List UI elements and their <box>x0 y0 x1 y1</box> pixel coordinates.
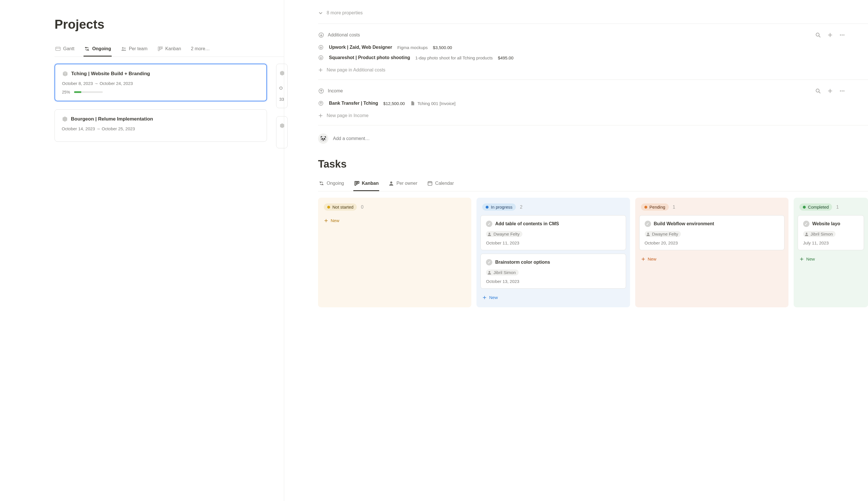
people-icon <box>121 46 127 52</box>
svg-point-24 <box>840 90 841 92</box>
task-card[interactable]: ✓ Add table of contents in CMS Dwayne Fe… <box>480 215 626 250</box>
owner-chip[interactable]: Dwayne Felty <box>486 231 522 237</box>
svg-point-14 <box>843 34 845 35</box>
peek-line1: O <box>279 86 284 90</box>
pill-label: Pending <box>649 205 665 210</box>
kanban-col-pending: Pending 1 ✓ Build Webflow environment Dw… <box>635 198 788 307</box>
tab-more[interactable]: 2 more… <box>190 43 210 56</box>
svg-point-25 <box>841 90 843 92</box>
income-item-bank-transfer[interactable]: Bank Transfer | Tching $12,500.00 Tching… <box>318 98 868 108</box>
status-pill-in-progress[interactable]: In progress <box>482 203 516 211</box>
owner-chip[interactable]: Dwayne Felty <box>645 231 681 237</box>
project-card-tching[interactable]: Tching | Website Build + Branding Octobe… <box>54 64 267 101</box>
line-item-amount: $495.00 <box>498 55 514 60</box>
line-item-doc-label: Tching 001 [Invoice] <box>417 101 456 106</box>
new-task-not-started[interactable]: New <box>322 215 467 226</box>
comment-input[interactable] <box>333 136 476 141</box>
tasks-tab-label: Ongoing <box>327 181 344 186</box>
svg-line-21 <box>819 92 821 93</box>
line-item-amount: $12,500.00 <box>383 101 405 106</box>
tab-more-label: 2 more… <box>191 46 210 51</box>
search-icon[interactable] <box>815 88 821 94</box>
plus-icon[interactable] <box>827 88 833 94</box>
tasks-tab-calendar[interactable]: Calendar <box>426 178 454 191</box>
cost-item-squareshot[interactable]: Squareshot | Product photo shooting 1-da… <box>318 53 868 63</box>
status-pill-not-started[interactable]: Not started <box>324 203 357 211</box>
person-icon <box>388 181 394 186</box>
board-icon <box>354 181 360 186</box>
line-item-doc[interactable]: Tching 001 [Invoice] <box>410 100 456 106</box>
new-task-pending[interactable]: New <box>639 254 784 264</box>
peek-line2: 33 <box>279 97 284 102</box>
svg-point-44 <box>647 232 649 234</box>
pill-label: In progress <box>491 205 512 210</box>
arrow-up-circle-icon <box>318 100 324 106</box>
status-pill-pending[interactable]: Pending <box>641 203 669 211</box>
task-card[interactable]: ✓ Website layo Jibril Simon July 11, 202… <box>798 215 864 250</box>
projects-tabs: Gantt Ongoing Per team Kanban 2 more… <box>54 43 284 57</box>
detail-panel: 8 more properties Additional costs <box>284 0 868 501</box>
search-icon[interactable] <box>815 32 821 38</box>
more-properties-toggle[interactable]: 8 more properties <box>318 10 868 15</box>
task-date: October 20, 2023 <box>645 241 779 245</box>
svg-rect-30 <box>355 181 356 185</box>
cost-item-upwork[interactable]: Upwork | Zaid, Web Designer Figma mockup… <box>318 42 868 53</box>
tab-ongoing[interactable]: Ongoing <box>84 43 112 56</box>
tasks-tab-ongoing[interactable]: Ongoing <box>318 178 345 191</box>
plus-icon <box>800 257 804 262</box>
svg-point-40 <box>488 232 490 234</box>
status-pill-completed[interactable]: Completed <box>800 203 833 211</box>
svg-point-8 <box>816 33 819 36</box>
tasks-tab-per-owner[interactable]: Per owner <box>388 178 418 191</box>
tab-gantt-label: Gantt <box>63 46 74 51</box>
tab-gantt[interactable]: Gantt <box>54 43 75 56</box>
more-icon[interactable] <box>839 32 845 38</box>
project-card-bourgeon[interactable]: Bourgeon | Relume Implementation October… <box>54 109 267 142</box>
owner-chip[interactable]: Jibril Simon <box>803 231 836 237</box>
owner-chip[interactable]: Jibril Simon <box>486 269 519 276</box>
tasks-tab-kanban[interactable]: Kanban <box>353 178 380 191</box>
new-label: New <box>806 257 815 262</box>
project-cards-row: Tching | Website Build + Branding Octobe… <box>54 64 284 148</box>
new-task-completed[interactable]: New <box>798 254 864 264</box>
tab-per-team[interactable]: Per team <box>120 43 148 56</box>
timeline-icon <box>55 46 61 52</box>
owner-name: Dwayne Felty <box>652 232 678 236</box>
svg-rect-0 <box>56 47 60 51</box>
tasks-tabs: Ongoing Kanban Per owner Calendar <box>318 178 868 191</box>
svg-point-12 <box>840 34 841 35</box>
task-card[interactable]: ✓ Build Webflow environment Dwayne Felty… <box>639 215 784 250</box>
owner-name: Jibril Simon <box>494 270 516 275</box>
svg-point-41 <box>488 271 490 273</box>
task-card[interactable]: ✓ Brainstorm color options Jibril Simon … <box>480 254 626 289</box>
section-title: Additional costs <box>328 32 360 38</box>
tab-kanban-left[interactable]: Kanban <box>157 43 182 56</box>
person-icon <box>487 232 492 236</box>
avatar: 🐼 <box>318 134 328 144</box>
line-item-amount: $3,500.00 <box>433 45 452 50</box>
new-income[interactable]: New page in Income <box>318 108 868 124</box>
line-item-sub: Figma mockups <box>397 45 428 50</box>
svg-rect-31 <box>356 181 357 184</box>
col-count: 1 <box>836 205 839 210</box>
line-item-title: Bank Transfer | Tching <box>329 101 378 106</box>
svg-point-33 <box>390 182 392 184</box>
owner-name: Jibril Simon <box>811 232 833 236</box>
progress-bar <box>74 91 103 93</box>
new-page-label: New page in Additional costs <box>327 67 385 73</box>
arrow-down-circle-icon <box>318 44 324 50</box>
kanban-col-completed: Completed 1 ✓ Website layo Jibril Simon <box>794 198 868 307</box>
svg-point-2 <box>122 47 124 49</box>
col-count: 2 <box>520 205 522 210</box>
pill-label: Completed <box>808 205 829 210</box>
new-task-in-progress[interactable]: New <box>480 292 626 303</box>
more-icon[interactable] <box>839 88 845 94</box>
svg-rect-34 <box>428 182 432 185</box>
line-item-sub: 1-day photo shoot for all Tching product… <box>415 55 493 60</box>
new-additional-cost[interactable]: New page in Additional costs <box>318 63 868 78</box>
plus-icon[interactable] <box>827 32 833 38</box>
section-title: Income <box>328 88 343 94</box>
section-additional-costs: Additional costs Upwork | Zaid, Web Desi… <box>318 23 868 79</box>
tab-ongoing-label: Ongoing <box>92 46 111 51</box>
check-circle-icon: ✓ <box>645 221 651 227</box>
